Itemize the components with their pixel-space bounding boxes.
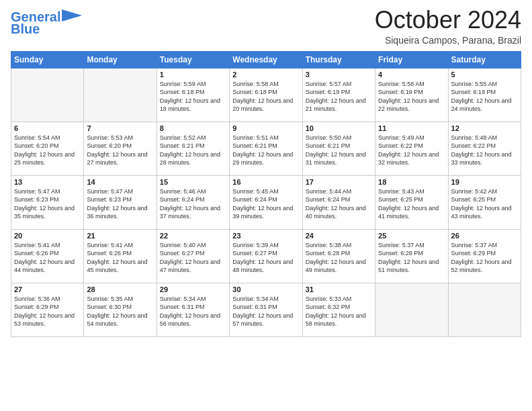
calendar-cell: 10Sunrise: 5:50 AM Sunset: 6:21 PM Dayli… <box>302 122 375 175</box>
calendar-cell: 21Sunrise: 5:41 AM Sunset: 6:26 PM Dayli… <box>84 229 157 283</box>
day-info: Sunrise: 5:51 AM Sunset: 6:21 PM Dayligh… <box>232 134 299 167</box>
day-info: Sunrise: 5:50 AM Sunset: 6:21 PM Dayligh… <box>306 134 372 167</box>
day-of-week-header: Friday <box>375 51 448 68</box>
calendar-cell: 26Sunrise: 5:37 AM Sunset: 6:29 PM Dayli… <box>448 229 521 283</box>
calendar-cell: 25Sunrise: 5:37 AM Sunset: 6:28 PM Dayli… <box>375 229 448 283</box>
day-info: Sunrise: 5:39 AM Sunset: 6:27 PM Dayligh… <box>232 241 299 275</box>
day-info: Sunrise: 5:57 AM Sunset: 6:19 PM Dayligh… <box>306 80 372 113</box>
calendar-cell: 17Sunrise: 5:44 AM Sunset: 6:24 PM Dayli… <box>302 175 375 229</box>
day-number: 8 <box>160 124 226 132</box>
day-info: Sunrise: 5:41 AM Sunset: 6:26 PM Dayligh… <box>14 241 81 275</box>
day-number: 18 <box>378 178 445 186</box>
day-info: Sunrise: 5:44 AM Sunset: 6:24 PM Dayligh… <box>306 187 372 221</box>
day-number: 16 <box>232 178 299 186</box>
day-number: 2 <box>232 71 299 79</box>
day-info: Sunrise: 5:33 AM Sunset: 6:32 PM Dayligh… <box>306 295 372 328</box>
day-info: Sunrise: 5:55 AM Sunset: 6:19 PM Dayligh… <box>451 80 518 113</box>
calendar-cell: 5Sunrise: 5:55 AM Sunset: 6:19 PM Daylig… <box>448 68 521 122</box>
day-info: Sunrise: 5:43 AM Sunset: 6:25 PM Dayligh… <box>378 187 445 221</box>
day-of-week-header: Sunday <box>11 51 84 68</box>
calendar-cell: 31Sunrise: 5:33 AM Sunset: 6:32 PM Dayli… <box>302 283 375 336</box>
month-title: October 2024 <box>375 7 521 34</box>
logo: General Blue <box>11 9 82 36</box>
calendar-cell: 20Sunrise: 5:41 AM Sunset: 6:26 PM Dayli… <box>11 229 84 283</box>
day-number: 11 <box>378 124 445 132</box>
day-info: Sunrise: 5:34 AM Sunset: 6:31 PM Dayligh… <box>160 295 226 328</box>
calendar-cell: 8Sunrise: 5:52 AM Sunset: 6:21 PM Daylig… <box>157 122 229 175</box>
day-number: 22 <box>160 232 226 240</box>
day-info: Sunrise: 5:42 AM Sunset: 6:25 PM Dayligh… <box>451 187 518 221</box>
day-info: Sunrise: 5:47 AM Sunset: 6:23 PM Dayligh… <box>14 187 81 221</box>
calendar-cell: 29Sunrise: 5:34 AM Sunset: 6:31 PM Dayli… <box>157 283 229 336</box>
calendar-cell: 28Sunrise: 5:35 AM Sunset: 6:30 PM Dayli… <box>84 283 157 336</box>
day-of-week-header: Saturday <box>448 51 521 68</box>
calendar-cell: 24Sunrise: 5:38 AM Sunset: 6:28 PM Dayli… <box>302 229 375 283</box>
day-number: 17 <box>306 178 372 186</box>
day-info: Sunrise: 5:35 AM Sunset: 6:30 PM Dayligh… <box>87 295 153 328</box>
day-of-week-header: Thursday <box>302 51 375 68</box>
calendar-cell: 14Sunrise: 5:47 AM Sunset: 6:23 PM Dayli… <box>84 175 157 229</box>
day-info: Sunrise: 5:38 AM Sunset: 6:28 PM Dayligh… <box>306 241 372 275</box>
day-info: Sunrise: 5:40 AM Sunset: 6:27 PM Dayligh… <box>160 241 226 275</box>
day-of-week-header: Monday <box>84 51 157 68</box>
day-info: Sunrise: 5:56 AM Sunset: 6:19 PM Dayligh… <box>378 80 445 113</box>
calendar-cell: 18Sunrise: 5:43 AM Sunset: 6:25 PM Dayli… <box>375 175 448 229</box>
day-info: Sunrise: 5:37 AM Sunset: 6:29 PM Dayligh… <box>451 241 518 275</box>
calendar-cell <box>84 68 157 122</box>
day-info: Sunrise: 5:52 AM Sunset: 6:21 PM Dayligh… <box>160 134 226 167</box>
calendar-week-row: 1Sunrise: 5:59 AM Sunset: 6:18 PM Daylig… <box>11 68 521 122</box>
calendar-cell: 15Sunrise: 5:46 AM Sunset: 6:24 PM Dayli… <box>157 175 229 229</box>
calendar-week-row: 6Sunrise: 5:54 AM Sunset: 6:20 PM Daylig… <box>11 122 521 175</box>
day-info: Sunrise: 5:58 AM Sunset: 6:18 PM Dayligh… <box>232 80 299 113</box>
calendar-cell: 19Sunrise: 5:42 AM Sunset: 6:25 PM Dayli… <box>448 175 521 229</box>
day-info: Sunrise: 5:49 AM Sunset: 6:22 PM Dayligh… <box>378 134 445 167</box>
day-number: 21 <box>87 232 153 240</box>
day-info: Sunrise: 5:53 AM Sunset: 6:20 PM Dayligh… <box>87 134 153 167</box>
day-number: 25 <box>378 232 445 240</box>
calendar-week-row: 13Sunrise: 5:47 AM Sunset: 6:23 PM Dayli… <box>11 175 521 229</box>
calendar-week-row: 27Sunrise: 5:36 AM Sunset: 6:29 PM Dayli… <box>11 283 521 336</box>
day-number: 19 <box>451 178 518 186</box>
calendar-cell: 16Sunrise: 5:45 AM Sunset: 6:24 PM Dayli… <box>230 175 302 229</box>
calendar-cell <box>11 68 84 122</box>
calendar-cell: 7Sunrise: 5:53 AM Sunset: 6:20 PM Daylig… <box>84 122 157 175</box>
calendar-cell: 2Sunrise: 5:58 AM Sunset: 6:18 PM Daylig… <box>230 68 302 122</box>
day-number: 7 <box>87 124 153 132</box>
day-number: 15 <box>160 178 226 186</box>
calendar-cell: 11Sunrise: 5:49 AM Sunset: 6:22 PM Dayli… <box>375 122 448 175</box>
logo-blue: Blue <box>11 21 40 36</box>
day-info: Sunrise: 5:48 AM Sunset: 6:22 PM Dayligh… <box>451 134 518 167</box>
calendar-cell: 27Sunrise: 5:36 AM Sunset: 6:29 PM Dayli… <box>11 283 84 336</box>
location: Siqueira Campos, Parana, Brazil <box>375 35 521 46</box>
day-info: Sunrise: 5:54 AM Sunset: 6:20 PM Dayligh… <box>14 134 81 167</box>
calendar-cell: 12Sunrise: 5:48 AM Sunset: 6:22 PM Dayli… <box>448 122 521 175</box>
calendar-cell <box>375 283 448 336</box>
calendar-table: SundayMondayTuesdayWednesdayThursdayFrid… <box>11 51 521 337</box>
calendar-cell: 6Sunrise: 5:54 AM Sunset: 6:20 PM Daylig… <box>11 122 84 175</box>
day-of-week-header: Tuesday <box>157 51 229 68</box>
day-info: Sunrise: 5:45 AM Sunset: 6:24 PM Dayligh… <box>232 187 299 221</box>
calendar-cell: 23Sunrise: 5:39 AM Sunset: 6:27 PM Dayli… <box>230 229 302 283</box>
calendar-header-row: SundayMondayTuesdayWednesdayThursdayFrid… <box>11 51 521 68</box>
calendar-cell: 3Sunrise: 5:57 AM Sunset: 6:19 PM Daylig… <box>302 68 375 122</box>
day-number: 20 <box>14 232 81 240</box>
day-info: Sunrise: 5:37 AM Sunset: 6:28 PM Dayligh… <box>378 241 445 275</box>
day-number: 4 <box>378 71 445 79</box>
day-number: 23 <box>232 232 299 240</box>
day-number: 26 <box>451 232 518 240</box>
calendar-cell: 30Sunrise: 5:34 AM Sunset: 6:31 PM Dayli… <box>230 283 302 336</box>
day-number: 24 <box>306 232 372 240</box>
header: General Blue October 2024 Siqueira Campo… <box>11 7 521 46</box>
day-number: 13 <box>14 178 81 186</box>
day-number: 3 <box>306 71 372 79</box>
calendar-cell: 22Sunrise: 5:40 AM Sunset: 6:27 PM Dayli… <box>157 229 229 283</box>
day-number: 31 <box>306 285 372 293</box>
day-info: Sunrise: 5:59 AM Sunset: 6:18 PM Dayligh… <box>160 80 226 113</box>
day-info: Sunrise: 5:47 AM Sunset: 6:23 PM Dayligh… <box>87 187 153 221</box>
day-number: 9 <box>232 124 299 132</box>
day-number: 5 <box>451 71 518 79</box>
day-number: 1 <box>160 71 226 79</box>
day-number: 29 <box>160 285 226 293</box>
day-info: Sunrise: 5:41 AM Sunset: 6:26 PM Dayligh… <box>87 241 153 275</box>
logo-flag-icon <box>62 9 82 21</box>
